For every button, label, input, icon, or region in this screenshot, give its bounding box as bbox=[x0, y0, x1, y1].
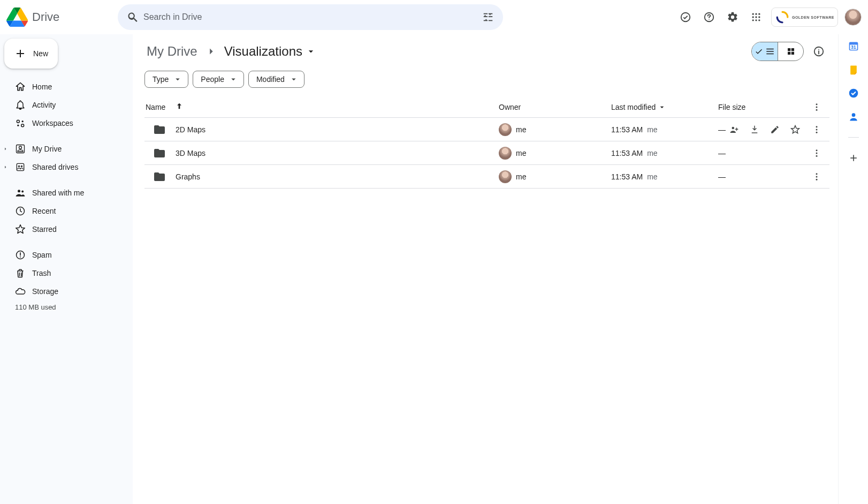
rename-icon[interactable] bbox=[766, 121, 783, 138]
nav-label: Storage bbox=[32, 287, 58, 296]
owner-name: me bbox=[516, 149, 526, 157]
nav-label: Workspaces bbox=[32, 119, 73, 127]
side-panel: 31 bbox=[838, 34, 868, 504]
col-header-name[interactable]: Name bbox=[144, 102, 499, 112]
row-more-icon[interactable] bbox=[808, 121, 825, 138]
svg-point-9 bbox=[752, 19, 753, 21]
row-more-icon[interactable] bbox=[808, 145, 825, 162]
nav-spam[interactable]: Spam bbox=[9, 246, 124, 264]
download-icon[interactable] bbox=[746, 121, 763, 138]
details-info-icon[interactable] bbox=[808, 41, 829, 62]
svg-point-8 bbox=[758, 16, 760, 18]
folder-row[interactable]: 3D Maps me 11:53 AM me — bbox=[144, 141, 829, 165]
col-header-size[interactable]: File size bbox=[718, 103, 804, 111]
owner-avatar bbox=[499, 170, 512, 183]
search-bar[interactable] bbox=[118, 4, 503, 30]
shared-drives-icon bbox=[15, 162, 26, 172]
offline-ready-icon[interactable] bbox=[675, 6, 696, 28]
caret-down-icon bbox=[658, 103, 666, 111]
nav-label: Shared with me bbox=[32, 189, 84, 197]
org-logo-icon bbox=[775, 10, 790, 25]
plus-icon bbox=[14, 47, 27, 60]
svg-point-49 bbox=[851, 113, 855, 117]
tasks-app-icon[interactable] bbox=[848, 88, 859, 99]
apps-grid-icon[interactable] bbox=[745, 6, 767, 28]
svg-point-7 bbox=[755, 16, 757, 18]
my-drive-icon bbox=[15, 144, 26, 154]
row-more-icon[interactable] bbox=[808, 168, 825, 185]
account-avatar[interactable] bbox=[844, 9, 862, 26]
breadcrumb-root[interactable]: My Drive bbox=[144, 42, 200, 61]
nav-label: Trash bbox=[32, 269, 51, 277]
nav-label: My Drive bbox=[32, 145, 62, 153]
svg-point-33 bbox=[732, 126, 735, 129]
svg-rect-24 bbox=[788, 48, 790, 51]
filter-chips: Type People Modified bbox=[144, 64, 829, 96]
folder-name: Graphs bbox=[176, 172, 200, 181]
sort-ascending-icon[interactable] bbox=[175, 102, 184, 112]
list-view-button[interactable] bbox=[752, 42, 778, 61]
nav-storage[interactable]: Storage bbox=[9, 283, 124, 300]
modified-time: 11:53 AM bbox=[611, 149, 643, 157]
contacts-app-icon[interactable] bbox=[848, 111, 859, 122]
grid-view-button[interactable] bbox=[778, 42, 803, 61]
chip-modified[interactable]: Modified bbox=[248, 71, 304, 88]
nav-shared-drives[interactable]: Shared drives bbox=[9, 159, 124, 176]
folder-row[interactable]: Graphs me 11:53 AM me — bbox=[144, 165, 829, 189]
svg-point-14 bbox=[17, 125, 19, 126]
svg-point-32 bbox=[816, 109, 818, 110]
help-icon[interactable] bbox=[698, 6, 720, 28]
svg-point-6 bbox=[752, 16, 753, 18]
caret-down-icon bbox=[229, 74, 238, 84]
chip-type[interactable]: Type bbox=[144, 71, 188, 88]
search-options-icon[interactable] bbox=[477, 6, 499, 28]
topbar-actions: GOLDEN SOFTWARE bbox=[675, 6, 864, 28]
chip-people[interactable]: People bbox=[193, 71, 244, 88]
col-label: Owner bbox=[499, 103, 521, 111]
expand-chevron-icon[interactable] bbox=[2, 164, 9, 170]
nav-trash[interactable]: Trash bbox=[9, 265, 124, 282]
drive-logo-icon bbox=[6, 6, 28, 28]
share-icon[interactable] bbox=[726, 121, 743, 138]
view-toggle bbox=[751, 42, 804, 61]
folder-icon bbox=[153, 147, 166, 160]
nav-label: Shared drives bbox=[32, 163, 78, 171]
star-action-icon[interactable] bbox=[787, 121, 804, 138]
folder-name: 2D Maps bbox=[176, 125, 205, 134]
nav-starred[interactable]: Starred bbox=[9, 221, 124, 238]
breadcrumb-current[interactable]: Visualizations bbox=[222, 42, 318, 61]
new-button[interactable]: New bbox=[4, 39, 58, 69]
owner-avatar bbox=[499, 147, 512, 160]
svg-point-11 bbox=[758, 19, 760, 21]
clock-icon bbox=[15, 206, 26, 216]
nav-workspaces[interactable]: Workspaces bbox=[9, 115, 124, 132]
nav-shared-with-me[interactable]: Shared with me bbox=[9, 184, 124, 201]
expand-chevron-icon[interactable] bbox=[2, 146, 9, 152]
grid-icon bbox=[786, 47, 796, 56]
col-header-owner[interactable]: Owner bbox=[499, 103, 611, 111]
check-icon bbox=[755, 47, 763, 56]
settings-gear-icon[interactable] bbox=[722, 6, 743, 28]
nav-activity[interactable]: Activity bbox=[9, 96, 124, 114]
org-name: GOLDEN SOFTWARE bbox=[792, 16, 834, 19]
shared-with-me-icon bbox=[15, 187, 26, 198]
search-icon[interactable] bbox=[122, 6, 143, 28]
col-header-modified[interactable]: Last modified bbox=[611, 103, 718, 111]
drive-logo[interactable]: Drive bbox=[6, 6, 113, 28]
search-input[interactable] bbox=[143, 12, 477, 22]
nav-label: Spam bbox=[32, 251, 52, 259]
svg-point-34 bbox=[816, 126, 818, 127]
get-addons-icon[interactable] bbox=[848, 153, 859, 163]
svg-point-2 bbox=[709, 19, 709, 20]
keep-app-icon[interactable] bbox=[848, 64, 859, 75]
org-badge[interactable]: GOLDEN SOFTWARE bbox=[771, 7, 838, 27]
svg-point-19 bbox=[18, 190, 20, 192]
nav-recent[interactable]: Recent bbox=[9, 202, 124, 220]
calendar-app-icon[interactable]: 31 bbox=[848, 41, 859, 51]
nav-my-drive[interactable]: My Drive bbox=[9, 140, 124, 157]
chip-label: Type bbox=[153, 75, 169, 84]
col-label: Last modified bbox=[611, 103, 656, 111]
header-more-icon[interactable] bbox=[808, 99, 825, 116]
folder-row[interactable]: 2D Maps me 11:53 AM me — bbox=[144, 118, 829, 141]
nav-home[interactable]: Home bbox=[9, 78, 124, 95]
